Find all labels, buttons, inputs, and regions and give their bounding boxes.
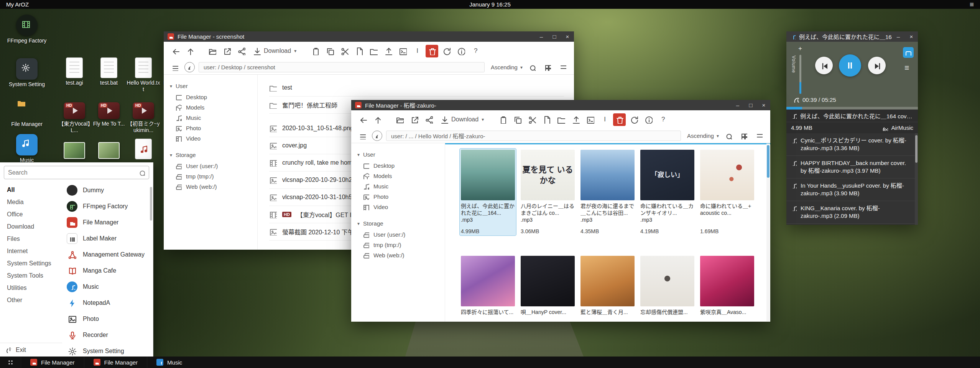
- new-file-button[interactable]: [353, 45, 365, 57]
- rename-button[interactable]: I: [599, 113, 611, 126]
- desktop-icon-file[interactable]: test.bat: [92, 57, 126, 86]
- category-files[interactable]: Files: [0, 233, 62, 245]
- breadcrumb[interactable]: user: / ... / Hello World / 柘榴-zakuro-: [386, 131, 681, 141]
- theme-toggle-button[interactable]: [372, 131, 382, 141]
- app-item-manga-cafe[interactable]: Manga Cafe: [62, 263, 150, 279]
- desktop-icon-music[interactable]: Music: [7, 134, 47, 164]
- new-folder-button[interactable]: [555, 113, 567, 126]
- share-button[interactable]: [235, 45, 248, 57]
- back-button[interactable]: [169, 45, 182, 57]
- desktop-icon-ffmpeg-factory[interactable]: FFmpeg Factory: [7, 15, 47, 44]
- scrollbar-thumb[interactable]: [915, 135, 918, 163]
- taskbar-item-file-manager[interactable]: File Manager: [21, 357, 84, 368]
- app-item-label-maker[interactable]: Label Maker: [62, 231, 150, 247]
- new-file-button[interactable]: [540, 113, 553, 126]
- close-button[interactable]: ×: [561, 31, 574, 42]
- info-button[interactable]: [642, 113, 655, 126]
- delete-button[interactable]: [613, 113, 626, 126]
- file-tile[interactable]: 君が夜の海に還るまで＿こんにちは谷田... .mp3 4.35MB: [579, 149, 636, 236]
- cut-button[interactable]: [526, 113, 538, 126]
- seek-bar[interactable]: [786, 107, 918, 110]
- sidebar-item-user-drive[interactable]: User (user:/): [351, 229, 445, 240]
- category-download[interactable]: Download: [0, 221, 62, 233]
- playlist-menu-button[interactable]: ≡: [904, 63, 909, 72]
- sidebar-section-user[interactable]: ▾User: [351, 149, 445, 160]
- previous-track-button[interactable]: [815, 57, 833, 74]
- video-mode-button[interactable]: [903, 47, 914, 58]
- info-button[interactable]: [455, 45, 467, 57]
- open-button[interactable]: [393, 113, 406, 126]
- volume-slider[interactable]: [799, 55, 801, 94]
- exit-button[interactable]: Exit: [0, 343, 62, 357]
- sidebar-item-web-drive[interactable]: Web (web:/): [351, 250, 445, 260]
- download-button[interactable]: Download ▾: [250, 47, 299, 55]
- paste-button[interactable]: [309, 45, 322, 57]
- close-button[interactable]: ×: [905, 31, 918, 42]
- system-brand[interactable]: My ArOZ: [6, 1, 29, 8]
- sidebar-item-photo[interactable]: Photo: [164, 123, 257, 133]
- sidebar-section-user[interactable]: ▾User: [164, 80, 257, 92]
- taskbar-item-file-manager[interactable]: File Manager: [84, 357, 147, 368]
- playlist-item[interactable]: KING＿Kanaria cover. by 柘榴-zakuro-.mp3 (2…: [786, 201, 918, 224]
- category-all[interactable]: All: [0, 184, 62, 196]
- open-button[interactable]: [206, 45, 219, 57]
- file-tile[interactable]: 忘却感傷代償連盟...: [639, 255, 696, 322]
- breadcrumb[interactable]: user: / Desktop / screenshot: [199, 62, 485, 72]
- app-item-recorder[interactable]: Recorder: [62, 327, 150, 343]
- minimize-button[interactable]: –: [731, 100, 744, 110]
- search-box[interactable]: [4, 166, 149, 179]
- file-tile[interactable]: 四季折々に揺蕩いて...: [460, 255, 516, 322]
- hamburger-menu-icon[interactable]: ≡: [970, 0, 974, 9]
- app-item-notepada[interactable]: NotepadA: [62, 295, 150, 311]
- up-button[interactable]: [371, 113, 384, 126]
- new-folder-button[interactable]: [367, 45, 380, 57]
- sidebar-toggle-button[interactable]: [169, 62, 181, 73]
- up-button[interactable]: [184, 45, 196, 57]
- sidebar-toggle-button[interactable]: [357, 131, 368, 141]
- category-office[interactable]: Office: [0, 208, 62, 221]
- sidebar-item-tmp-drive[interactable]: tmp (tmp:/): [351, 240, 445, 250]
- search-button[interactable]: [526, 62, 538, 73]
- category-system-tools[interactable]: System Tools: [0, 270, 62, 282]
- delete-button[interactable]: [426, 45, 438, 57]
- volume-up-label[interactable]: +: [798, 45, 802, 52]
- desktop-icon-video[interactable]: HD 【東方Vocal】L...: [58, 100, 91, 134]
- refresh-button[interactable]: [628, 113, 640, 126]
- sidebar-item-models[interactable]: Models: [351, 171, 445, 181]
- desktop-icon-file-manager[interactable]: File Manager: [7, 98, 47, 128]
- desktop-icon-video[interactable]: HD 【初音ミク~yukimin...: [127, 100, 160, 134]
- minimize-button[interactable]: –: [535, 31, 548, 42]
- category-system-settings[interactable]: System Settings: [0, 257, 62, 270]
- scrollbar[interactable]: [766, 144, 770, 321]
- list-view-button[interactable]: [753, 131, 765, 141]
- maximize-button[interactable]: □: [744, 100, 757, 110]
- sidebar-item-photo[interactable]: Photo: [351, 191, 445, 202]
- search-button[interactable]: [723, 131, 734, 141]
- rename-button[interactable]: I: [411, 45, 424, 57]
- scrollbar[interactable]: [915, 133, 918, 225]
- desktop-icon-file[interactable]: test.agi: [58, 57, 91, 86]
- app-item-system-setting[interactable]: System Setting: [62, 343, 150, 357]
- upload-button[interactable]: [382, 45, 395, 57]
- app-item-ffmpeg-factory[interactable]: FFmpeg Factory: [62, 198, 150, 214]
- sidebar-section-storage[interactable]: ▾Storage: [164, 149, 257, 161]
- file-tile[interactable]: 「寂しい」 命に嫌われている＿カンザキイオリ... .mp3 4.19MB: [639, 149, 696, 236]
- scrollbar-thumb[interactable]: [150, 187, 152, 221]
- category-media[interactable]: Media: [0, 196, 62, 208]
- sidebar-item-models[interactable]: Models: [164, 102, 257, 113]
- sidebar-item-desktop[interactable]: Desktop: [351, 160, 445, 171]
- desktop-icon-file[interactable]: Hello World.txt: [127, 57, 160, 93]
- cut-button[interactable]: [338, 45, 351, 57]
- copy-button[interactable]: [511, 113, 524, 126]
- playlist-item[interactable]: In Your Hands＿yusukeP cover. by 柘榴-zakur…: [786, 178, 918, 201]
- file-tile[interactable]: 夏を見て いるかな 八月のレイニー＿はるまきごはん co... .mp3 3.0…: [520, 149, 576, 236]
- open-in-new-button[interactable]: [408, 113, 421, 126]
- file-tile[interactable]: 紫咲京真＿Avaso...: [699, 255, 755, 322]
- airmusic-button[interactable]: AirMusic: [882, 124, 913, 131]
- now-playing-row[interactable]: 例えば、今此処に置かれた花に＿164 cover. by 柘...: [786, 110, 918, 122]
- refresh-button[interactable]: [440, 45, 453, 57]
- file-tile[interactable]: 唄＿HanyP cover...: [520, 255, 576, 322]
- category-other[interactable]: Other: [0, 294, 62, 306]
- playlist-item[interactable]: HAPPY BIRTHDAY＿back number cover. by 柘榴-…: [786, 156, 918, 178]
- sidebar-item-tmp-drive[interactable]: tmp (tmp:/): [164, 171, 257, 182]
